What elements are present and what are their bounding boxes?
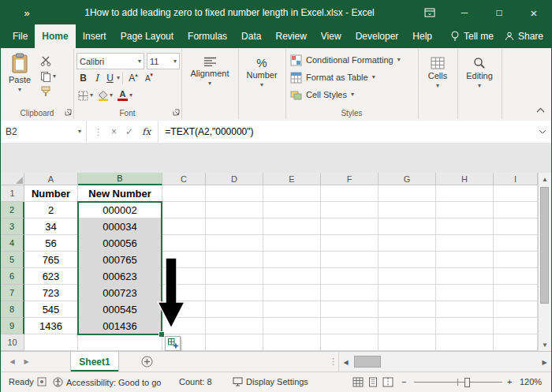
cell-D4[interactable] <box>206 235 263 252</box>
tab-data[interactable]: Data <box>234 24 268 48</box>
clipboard-dialog-launcher[interactable] <box>64 108 72 116</box>
cell-A7[interactable]: 723 <box>24 285 78 301</box>
cell-I2[interactable] <box>494 202 538 218</box>
cell-C2[interactable] <box>162 202 206 218</box>
row-header-3[interactable]: 3 <box>1 218 24 235</box>
cell-F5[interactable] <box>321 252 379 268</box>
cell-E1[interactable] <box>263 185 321 202</box>
previous-sheet-button[interactable]: ◀ <box>6 352 19 371</box>
formula-bar-expand-button[interactable] <box>534 121 551 143</box>
cell-E4[interactable] <box>263 235 321 252</box>
cell-G9[interactable] <box>379 318 436 334</box>
display-settings-button[interactable]: Display Settings <box>233 377 308 386</box>
cell-D7[interactable] <box>206 285 263 301</box>
cell-B7[interactable]: 000723 <box>78 285 162 301</box>
column-header-G[interactable]: G <box>379 173 436 185</box>
cell-D1[interactable] <box>206 185 263 202</box>
format-as-table-button[interactable]: Format as Table ▾ <box>290 69 375 85</box>
auto-fill-options-button[interactable] <box>165 336 181 351</box>
cell-B5[interactable]: 000765 <box>78 252 162 268</box>
tab-insert[interactable]: Insert <box>76 24 114 48</box>
zoom-slider-track[interactable] <box>414 382 502 383</box>
page-layout-view-button[interactable] <box>367 377 379 387</box>
cell-H2[interactable] <box>436 202 494 218</box>
quick-access-overflow-button[interactable]: » <box>15 1 39 24</box>
cell-G1[interactable] <box>379 185 436 202</box>
column-header-B[interactable]: B <box>78 173 162 185</box>
tab-formulas[interactable]: Formulas <box>181 24 234 48</box>
tab-scrollbar-splitter[interactable]: ⋮ <box>329 357 338 367</box>
cell-H10[interactable] <box>436 334 494 351</box>
row-header-10[interactable]: 10 <box>1 334 24 351</box>
cell-B6[interactable]: 000623 <box>78 268 162 285</box>
row-header-5[interactable]: 5 <box>1 252 24 268</box>
cell-A5[interactable]: 765 <box>24 252 78 268</box>
column-header-D[interactable]: D <box>206 173 263 185</box>
cell-D2[interactable] <box>206 202 263 218</box>
cell-G7[interactable] <box>379 285 436 301</box>
horizontal-scrollbar-thumb[interactable] <box>354 356 381 368</box>
underline-button[interactable]: U <box>103 71 117 85</box>
cell-H8[interactable] <box>436 301 494 318</box>
cell-F9[interactable] <box>321 318 379 334</box>
scroll-right-button[interactable]: ▶ <box>538 353 551 371</box>
number-button[interactable]: % Number ▾ <box>241 57 282 112</box>
name-box[interactable]: B2 ▾ <box>1 121 87 143</box>
formula-input[interactable]: =TEXT(A2,"000000") <box>159 121 534 143</box>
cell-B9[interactable]: 001436 <box>78 318 162 334</box>
cell-B1[interactable]: New Number <box>78 185 162 202</box>
cell-A10[interactable] <box>24 334 78 351</box>
enter-entry-button[interactable]: ✓ <box>125 126 133 137</box>
cell-B2[interactable]: 000002 <box>78 202 162 218</box>
cell-D10[interactable] <box>206 334 263 351</box>
row-header-2[interactable]: 2 <box>1 202 24 218</box>
ribbon-display-options-button[interactable] <box>412 1 447 24</box>
scroll-up-button[interactable]: ▲ <box>539 173 551 185</box>
cell-D6[interactable] <box>206 268 263 285</box>
alignment-button[interactable]: Alignment ▾ <box>188 57 232 112</box>
tab-page-layout[interactable]: Page Layout <box>114 24 181 48</box>
cell-B8[interactable]: 000545 <box>78 301 162 318</box>
formula-bar-splitter-icon[interactable]: ⋮ <box>94 127 103 137</box>
cell-B3[interactable]: 000034 <box>78 218 162 235</box>
column-header-C[interactable]: C <box>162 173 206 185</box>
cell-F2[interactable] <box>321 202 379 218</box>
maximize-button[interactable]: □ <box>482 1 517 24</box>
row-header-9[interactable]: 9 <box>1 318 24 334</box>
cell-C3[interactable] <box>162 218 206 235</box>
cell-I6[interactable] <box>494 268 538 285</box>
select-all-corner[interactable] <box>1 173 24 185</box>
cell-F3[interactable] <box>321 218 379 235</box>
font-color-button[interactable]: A <box>116 88 129 103</box>
tab-help[interactable]: Help <box>405 24 439 48</box>
cell-E7[interactable] <box>263 285 321 301</box>
tab-view[interactable]: View <box>314 24 349 48</box>
font-size-select[interactable]: 11 ▾ <box>147 53 180 69</box>
cell-C1[interactable] <box>162 185 206 202</box>
cell-A3[interactable]: 34 <box>24 218 78 235</box>
cell-E5[interactable] <box>263 252 321 268</box>
cell-B4[interactable]: 000056 <box>78 235 162 252</box>
font-name-select[interactable]: Calibri ▾ <box>76 53 144 69</box>
cell-H1[interactable] <box>436 185 494 202</box>
cell-styles-button[interactable]: Cell Styles ▾ <box>290 87 354 103</box>
cell-D8[interactable] <box>206 301 263 318</box>
new-sheet-button[interactable] <box>141 356 153 371</box>
column-header-F[interactable]: F <box>321 173 379 185</box>
column-header-E[interactable]: E <box>263 173 321 185</box>
cell-H9[interactable] <box>436 318 494 334</box>
cell-I5[interactable] <box>494 252 538 268</box>
cell-F4[interactable] <box>321 235 379 252</box>
zoom-in-button[interactable]: + <box>507 377 512 386</box>
cell-D3[interactable] <box>206 218 263 235</box>
cell-H3[interactable] <box>436 218 494 235</box>
cell-F1[interactable] <box>321 185 379 202</box>
cell-I1[interactable] <box>494 185 538 202</box>
zoom-out-button[interactable]: − <box>401 377 406 386</box>
cell-F7[interactable] <box>321 285 379 301</box>
cell-E3[interactable] <box>263 218 321 235</box>
italic-button[interactable]: I <box>90 71 103 85</box>
cell-D5[interactable] <box>206 252 263 268</box>
font-dialog-launcher[interactable] <box>172 108 180 116</box>
row-header-7[interactable]: 7 <box>1 285 24 301</box>
